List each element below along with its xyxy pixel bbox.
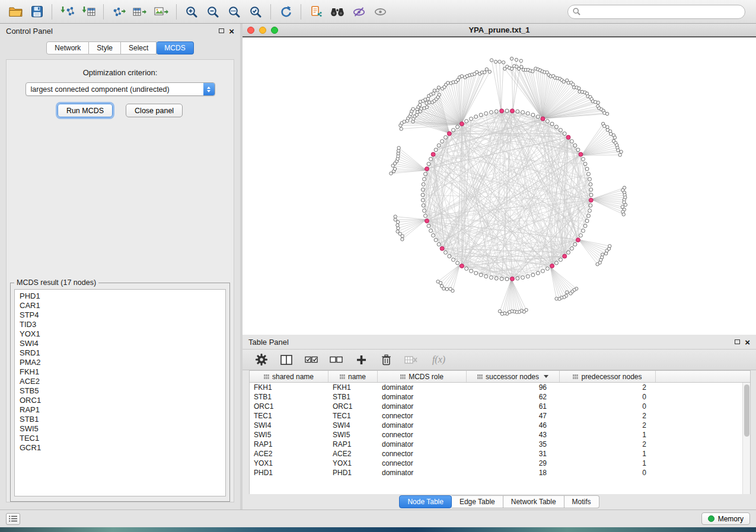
open-file-button[interactable]: [5, 2, 26, 21]
float-panel-icon[interactable]: [219, 28, 224, 33]
table-row[interactable]: TEC1TEC1connector472: [250, 411, 742, 421]
zoom-in-icon: [186, 6, 197, 18]
import-table-button[interactable]: [78, 2, 99, 21]
result-item[interactable]: STB5: [15, 386, 225, 396]
tab-style[interactable]: Style: [89, 41, 121, 55]
result-item[interactable]: PMA2: [15, 358, 225, 367]
search-box[interactable]: [567, 5, 745, 19]
result-item[interactable]: TEC1: [15, 434, 225, 443]
panel-menu-button[interactable]: [6, 513, 20, 525]
table-panel: Table Panel ×: [243, 335, 756, 509]
toolbar-separator: [301, 4, 301, 20]
export-network-button[interactable]: [108, 2, 129, 21]
result-item[interactable]: GCR1: [15, 443, 225, 453]
network-canvas[interactable]: [243, 37, 756, 335]
table-row[interactable]: RAP1RAP1dominator352: [250, 440, 742, 449]
function-builder-button[interactable]: f(x): [428, 351, 450, 368]
result-item[interactable]: RAP1: [15, 405, 225, 415]
table-row[interactable]: ORC1ORC1dominator610: [250, 402, 742, 411]
tab-node-table[interactable]: Node Table: [399, 495, 452, 508]
result-item[interactable]: FKH1: [15, 367, 225, 377]
float-table-panel-icon[interactable]: [735, 339, 740, 344]
window-maximize-icon[interactable]: [271, 27, 278, 34]
zoom-selected-icon: [250, 6, 261, 18]
table-row[interactable]: SWI5SWI5connector431: [250, 430, 742, 440]
table-row[interactable]: FKH1FKH1dominator962: [250, 383, 742, 392]
search-input[interactable]: [584, 8, 740, 16]
window-minimize-icon[interactable]: [259, 27, 266, 34]
toolbar-separator: [103, 4, 104, 20]
column-header-successor-nodes[interactable]: successor nodes: [467, 371, 560, 382]
show-details-button[interactable]: [369, 2, 391, 21]
table-row[interactable]: PHD1PHD1dominator180: [250, 468, 742, 477]
cell-successor-nodes: 29: [467, 459, 560, 468]
result-item[interactable]: CAR1: [15, 301, 225, 310]
tab-network[interactable]: Network: [46, 41, 89, 55]
export-image-button[interactable]: [151, 2, 172, 21]
mcds-result-list: PHD1CAR1STP4TID3YOX1SWI4SRD1PMA2FKH1ACE2…: [14, 289, 226, 496]
table-row[interactable]: ACE2ACE2connector311: [250, 449, 742, 459]
table-scrollbar[interactable]: [742, 383, 750, 494]
close-table-panel-icon[interactable]: ×: [745, 338, 750, 347]
add-row-button[interactable]: [353, 351, 369, 368]
cell-shared-name: TEC1: [250, 411, 328, 421]
column-header-predecessor-nodes[interactable]: predecessor nodes: [560, 371, 656, 382]
show-columns-button[interactable]: [278, 351, 295, 368]
application-window: Control Panel × NetworkStyleSelectMCDS O…: [0, 0, 756, 532]
magnifier-icon: [573, 8, 580, 15]
select-all-button[interactable]: [303, 351, 320, 368]
table-panel-header: Table Panel ×: [243, 335, 756, 349]
result-item[interactable]: ACE2: [15, 377, 225, 386]
scrollbar-thumb[interactable]: [744, 384, 749, 437]
import-table-icon: [81, 6, 95, 18]
toggle-details-button[interactable]: [348, 2, 369, 21]
network-titlebar[interactable]: YPA_prune.txt_1: [243, 24, 756, 37]
table-row[interactable]: SWI4SWI4dominator462: [250, 421, 742, 430]
network-graph[interactable]: [243, 37, 756, 335]
memory-button[interactable]: Memory: [701, 512, 750, 525]
result-item[interactable]: STP4: [15, 310, 225, 320]
control-panel-tabs: NetworkStyleSelectMCDS: [0, 41, 240, 55]
result-item[interactable]: PHD1: [15, 291, 225, 301]
result-item[interactable]: SWI5: [15, 424, 225, 434]
delete-button[interactable]: [378, 351, 394, 368]
table-row[interactable]: YOX1YOX1connector291: [250, 459, 742, 468]
table-row[interactable]: STB1STB1dominator620: [250, 392, 742, 402]
result-item[interactable]: YOX1: [15, 329, 225, 339]
optimization-criterion-label: Optimization criterion:: [7, 68, 234, 77]
deselect-all-button[interactable]: [328, 351, 344, 368]
window-close-icon[interactable]: [247, 27, 254, 34]
column-header-name[interactable]: name: [328, 371, 378, 382]
export-image-icon: [154, 6, 168, 18]
export-table-button[interactable]: [129, 2, 151, 21]
save-session-button[interactable]: [26, 2, 47, 21]
close-panel-button[interactable]: Close panel: [126, 104, 183, 117]
zoom-in-button[interactable]: [181, 2, 202, 21]
tab-motifs[interactable]: Motifs: [564, 495, 599, 508]
cell-mcds-role: connector: [378, 459, 467, 468]
delete-table-button[interactable]: [403, 351, 419, 368]
result-item[interactable]: TID3: [15, 320, 225, 329]
tab-edge-table[interactable]: Edge Table: [452, 495, 503, 508]
tab-mcds[interactable]: MCDS: [157, 41, 193, 55]
cell-shared-name: SWI5: [250, 430, 328, 440]
column-header-mcds-role[interactable]: MCDS role: [378, 371, 467, 382]
zoom-out-button[interactable]: [202, 2, 224, 21]
find-button[interactable]: [327, 2, 348, 21]
column-header-shared-name[interactable]: shared name: [250, 371, 328, 382]
optimization-dropdown[interactable]: largest connected component (undirected): [25, 82, 215, 96]
zoom-selected-button[interactable]: [245, 2, 266, 21]
clone-network-button[interactable]: [305, 2, 327, 21]
refresh-layout-button[interactable]: [275, 2, 296, 21]
tab-select[interactable]: Select: [121, 41, 157, 55]
result-item[interactable]: SRD1: [15, 348, 225, 358]
result-item[interactable]: SWI4: [15, 339, 225, 348]
result-item[interactable]: ORC1: [15, 396, 225, 405]
run-mcds-button[interactable]: Run MCDS: [58, 104, 113, 117]
tab-network-table[interactable]: Network Table: [503, 495, 564, 508]
result-item[interactable]: STB1: [15, 415, 225, 424]
column-settings-button[interactable]: [253, 351, 270, 368]
zoom-fit-button[interactable]: [224, 2, 245, 21]
import-network-button[interactable]: [56, 2, 78, 21]
close-control-panel-icon[interactable]: ×: [229, 27, 234, 36]
